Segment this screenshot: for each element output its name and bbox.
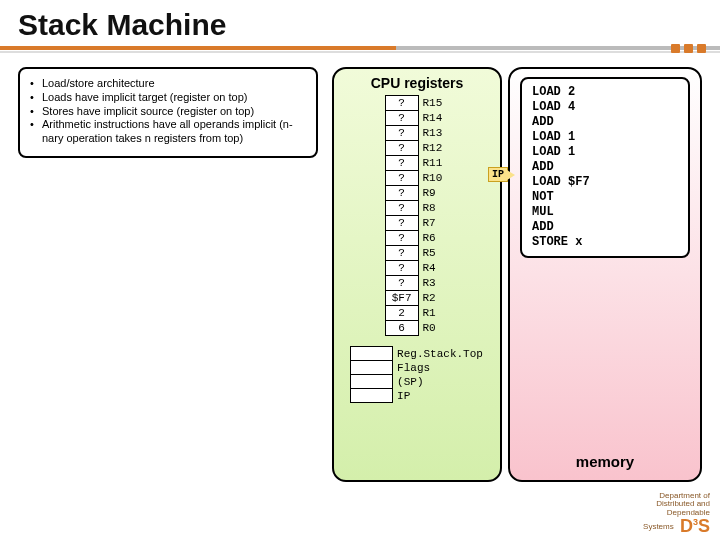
extra-register-box — [351, 347, 393, 361]
register-value: ? — [385, 231, 418, 246]
bullet-box: •Load/store architecture •Loads have imp… — [18, 67, 318, 158]
extra-register-label: (SP) — [393, 375, 484, 389]
bullet-item: Loads have implicit target (register on … — [42, 91, 247, 105]
code-line: MUL — [532, 205, 678, 220]
register-name: R2 — [418, 291, 449, 306]
code-line: NOT — [532, 190, 678, 205]
code-line: ADD — [532, 220, 678, 235]
bullet-item: Stores have implicit source (register on… — [42, 105, 254, 119]
register-value: ? — [385, 216, 418, 231]
extra-register-label: Flags — [393, 361, 484, 375]
register-value: ? — [385, 141, 418, 156]
code-line: LOAD 4 — [532, 100, 678, 115]
register-name: R7 — [418, 216, 449, 231]
register-name: R8 — [418, 201, 449, 216]
extra-register-table: Reg.Stack.TopFlags(SP)IP — [350, 346, 484, 403]
register-value: $F7 — [385, 291, 418, 306]
register-value: ? — [385, 96, 418, 111]
corner-dots — [671, 44, 706, 53]
bullet-item: Load/store architecture — [42, 77, 155, 91]
code-listing: LOAD 2LOAD 4ADDLOAD 1LOAD 1ADDLOAD $F7NO… — [520, 77, 690, 258]
ip-pointer: IP — [488, 167, 508, 182]
register-name: R1 — [418, 306, 449, 321]
memory-panel: LOAD 2LOAD 4ADDLOAD 1LOAD 1ADDLOAD $F7NO… — [508, 67, 702, 482]
footer-credit: Department of Distributed and Dependable… — [643, 492, 710, 536]
register-name: R5 — [418, 246, 449, 261]
code-line: LOAD 1 — [532, 145, 678, 160]
register-value: 6 — [385, 321, 418, 336]
register-value: ? — [385, 186, 418, 201]
register-name: R9 — [418, 186, 449, 201]
register-table: ?R15?R14?R13?R12?R11?R10?R9?R8?R7?R6?R5?… — [385, 95, 450, 336]
d3s-logo-icon: D3S — [680, 517, 710, 536]
register-value: 2 — [385, 306, 418, 321]
register-value: ? — [385, 126, 418, 141]
register-name: R13 — [418, 126, 449, 141]
register-name: R10 — [418, 171, 449, 186]
code-line: LOAD $F7 — [532, 175, 678, 190]
bullet-item: Arithmetic instructions have all operand… — [42, 118, 306, 146]
extra-register-box — [351, 375, 393, 389]
register-name: R15 — [418, 96, 449, 111]
register-name: R4 — [418, 261, 449, 276]
cpu-heading: CPU registers — [334, 69, 500, 95]
extra-register-label: Reg.Stack.Top — [393, 347, 484, 361]
slide-title: Stack Machine — [18, 8, 702, 42]
register-value: ? — [385, 111, 418, 126]
extra-register-box — [351, 361, 393, 375]
register-name: R3 — [418, 276, 449, 291]
register-name: R6 — [418, 231, 449, 246]
register-value: ? — [385, 156, 418, 171]
register-name: R12 — [418, 141, 449, 156]
code-line: STORE x — [532, 235, 678, 250]
code-line: LOAD 2 — [532, 85, 678, 100]
code-line: LOAD 1 — [532, 130, 678, 145]
code-line: ADD — [532, 115, 678, 130]
register-value: ? — [385, 246, 418, 261]
register-value: ? — [385, 276, 418, 291]
register-name: R14 — [418, 111, 449, 126]
register-name: R0 — [418, 321, 449, 336]
extra-register-box — [351, 389, 393, 403]
extra-register-label: IP — [393, 389, 484, 403]
register-name: R11 — [418, 156, 449, 171]
accent-bar — [0, 46, 720, 50]
code-line: ADD — [532, 160, 678, 175]
register-value: ? — [385, 201, 418, 216]
cpu-panel: CPU registers ?R15?R14?R13?R12?R11?R10?R… — [332, 67, 502, 482]
register-value: ? — [385, 261, 418, 276]
register-value: ? — [385, 171, 418, 186]
memory-label: memory — [510, 453, 700, 470]
